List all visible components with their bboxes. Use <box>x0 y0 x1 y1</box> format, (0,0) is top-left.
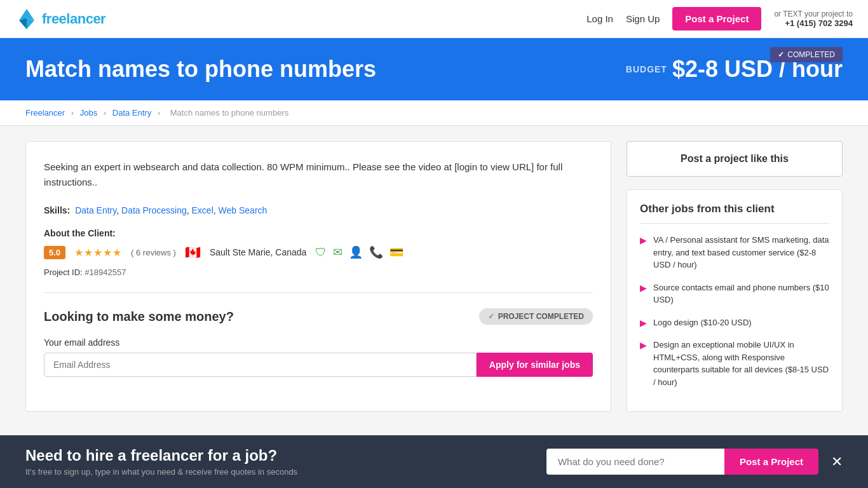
skills-label: Skills: <box>44 205 70 215</box>
project-description: Seeking an expert in websearch and data … <box>44 159 593 190</box>
other-job-text: Design an exceptional mobile UI/UX in HT… <box>653 339 829 388</box>
project-id-value: #18942557 <box>85 268 126 277</box>
skill-data-processing[interactable]: Data Processing <box>121 205 187 215</box>
skill-excel[interactable]: Excel <box>192 205 214 215</box>
list-item: ▶ Design an exceptional mobile UI/UX in … <box>640 339 829 388</box>
client-stars: ★★★★★ <box>74 247 122 259</box>
list-item: ▶ Source contacts email and phone number… <box>640 281 829 306</box>
client-info-row: 5.0 ★★★★★ ( 6 reviews ) 🇨🇦 Sault Ste Mar… <box>44 245 593 260</box>
money-section-header: Looking to make some money? PROJECT COMP… <box>44 308 593 325</box>
budget-label: BUDGET <box>626 64 667 74</box>
breadcrumb-sep-3: › <box>158 108 163 118</box>
breadcrumb-sep-1: › <box>71 108 76 118</box>
skills-row: Skills: Data Entry, Data Processing, Exc… <box>44 205 593 215</box>
login-link[interactable]: Log In <box>587 13 613 24</box>
user-icon: 👤 <box>349 245 363 259</box>
email-row: Apply for similar jobs <box>44 353 593 377</box>
chevron-right-icon: ▶ <box>640 283 647 293</box>
chevron-right-icon: ▶ <box>640 340 647 350</box>
card-icon: 💳 <box>390 245 403 259</box>
main-content: Seeking an expert in websearch and data … <box>25 141 611 412</box>
email-label: Your email address <box>44 337 593 348</box>
breadcrumb: Freelancer › Jobs › Data Entry › Match n… <box>0 100 868 126</box>
header-nav: Log In Sign Up Post a Project or TEXT yo… <box>587 7 853 30</box>
logo: freelancer <box>15 8 105 30</box>
breadcrumb-data-entry[interactable]: Data Entry <box>112 108 151 118</box>
project-title: Match names to phone numbers <box>25 56 376 83</box>
phone-icon: 📞 <box>369 245 383 259</box>
apply-button[interactable]: Apply for similar jobs <box>477 353 593 377</box>
breadcrumb-jobs[interactable]: Jobs <box>80 108 97 118</box>
other-jobs-title: Other jobs from this client <box>640 203 829 224</box>
hero-banner: Match names to phone numbers BUDGET $2-8… <box>0 38 868 100</box>
project-completed-tag: PROJECT COMPLETED <box>479 308 593 325</box>
list-item: ▶ Logo design ($10-20 USD) <box>640 316 829 329</box>
other-job-text: Logo design ($10-20 USD) <box>653 316 752 329</box>
freelancer-logo-icon <box>15 8 38 30</box>
breadcrumb-sep-2: › <box>104 108 109 118</box>
logo-text: freelancer <box>42 11 105 27</box>
text-cta-section: or TEXT your project to +1 (415) 702 329… <box>774 10 853 28</box>
main-layout: Seeking an expert in websearch and data … <box>0 126 868 427</box>
client-reviews: ( 6 reviews ) <box>131 248 176 257</box>
email-icon: ✉ <box>333 245 342 259</box>
other-job-text: VA / Personal assistant for SMS marketin… <box>653 234 829 271</box>
section-divider <box>44 292 593 293</box>
list-item: ▶ VA / Personal assistant for SMS market… <box>640 234 829 271</box>
client-location: Sault Ste Marie, Canada <box>210 247 307 257</box>
project-id-label: Project ID: <box>44 268 83 277</box>
signup-link[interactable]: Sign Up <box>626 13 660 24</box>
chevron-right-icon: ▶ <box>640 235 647 245</box>
canada-flag-icon: 🇨🇦 <box>185 245 201 260</box>
text-cta-label: or TEXT your project to <box>774 10 853 18</box>
about-client-label: About the Client: <box>44 228 593 238</box>
sidebar: Post a project like this Other jobs from… <box>627 141 843 412</box>
completed-badge: COMPLETED <box>770 47 843 62</box>
post-project-like-this-button[interactable]: Post a project like this <box>627 141 843 177</box>
other-jobs-card: Other jobs from this client ▶ VA / Perso… <box>627 189 843 412</box>
email-input[interactable] <box>44 353 477 377</box>
breadcrumb-current: Match names to phone numbers <box>170 108 288 118</box>
project-id-row: Project ID: #18942557 <box>44 268 593 277</box>
skill-data-entry[interactable]: Data Entry <box>75 205 116 215</box>
skill-web-search[interactable]: Web Search <box>219 205 268 215</box>
client-rating: 5.0 <box>44 246 65 259</box>
shield-icon: 🛡 <box>315 246 327 259</box>
breadcrumb-freelancer[interactable]: Freelancer <box>25 108 65 118</box>
project-completed-label: PROJECT COMPLETED <box>498 312 584 321</box>
header-phone: +1 (415) 702 3294 <box>785 18 853 28</box>
header: freelancer Log In Sign Up Post a Project… <box>0 0 868 38</box>
chevron-right-icon: ▶ <box>640 318 647 328</box>
other-job-text: Source contacts email and phone numbers … <box>653 281 829 306</box>
post-project-button[interactable]: Post a Project <box>672 7 761 30</box>
money-section-title: Looking to make some money? <box>44 309 234 324</box>
client-verification-icons: 🛡 ✉ 👤 📞 💳 <box>315 245 403 259</box>
